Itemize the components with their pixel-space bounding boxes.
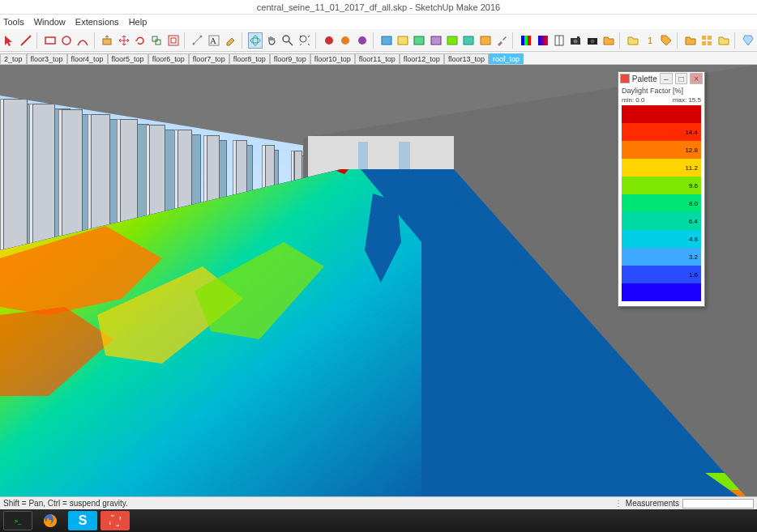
tool-folder4-icon[interactable] bbox=[716, 32, 730, 49]
taskbar-terminal-icon[interactable]: >_ bbox=[3, 511, 32, 530]
taskbar-skype-icon[interactable]: S bbox=[68, 511, 97, 530]
tool-offset-icon[interactable] bbox=[166, 32, 181, 49]
tool-pan-icon[interactable] bbox=[264, 32, 279, 49]
svg-point-12 bbox=[250, 38, 260, 43]
tool-ext3-icon[interactable] bbox=[354, 32, 369, 49]
scene-tab[interactable]: 2_top bbox=[0, 53, 27, 64]
tool-grad-icon[interactable] bbox=[535, 32, 550, 49]
tool-scene4-icon[interactable] bbox=[429, 32, 443, 49]
taskbar-firefox-icon[interactable] bbox=[36, 511, 65, 530]
svg-rect-40 bbox=[708, 36, 712, 40]
tool-folder2-icon[interactable] bbox=[626, 32, 640, 49]
svg-rect-39 bbox=[702, 36, 706, 40]
tool-tiles-icon[interactable] bbox=[699, 32, 714, 49]
scene-tab[interactable]: floor13_top bbox=[444, 53, 489, 64]
svg-point-2 bbox=[62, 36, 71, 45]
tool-zoom-icon[interactable] bbox=[280, 32, 295, 49]
tool-move-icon[interactable] bbox=[117, 32, 131, 49]
tool-folder3-icon[interactable] bbox=[683, 32, 698, 49]
tool-pushpull-icon[interactable] bbox=[100, 32, 114, 49]
tool-scene2-icon[interactable] bbox=[396, 32, 410, 49]
svg-rect-22 bbox=[414, 36, 424, 45]
scene-tab[interactable]: floor6_top bbox=[148, 53, 189, 64]
svg-point-8 bbox=[192, 42, 195, 45]
tool-tape-icon[interactable] bbox=[190, 32, 205, 49]
scene-tabs: 2_topfloor3_topfloor4_topfloor5_topfloor… bbox=[0, 52, 757, 65]
palette-close-button[interactable]: × bbox=[690, 73, 703, 84]
tool-falsecolor-icon[interactable] bbox=[519, 32, 533, 49]
svg-rect-35 bbox=[577, 36, 580, 38]
status-hint: Shift = Pan, Ctrl = suspend gravity. bbox=[3, 499, 128, 508]
tool-brush-icon[interactable] bbox=[494, 32, 509, 49]
tool-one-icon[interactable]: 1 bbox=[642, 32, 656, 49]
legend-band: 3.2 bbox=[622, 248, 701, 266]
tool-ext2-icon[interactable] bbox=[338, 32, 353, 49]
tool-scene6-icon[interactable] bbox=[461, 32, 476, 49]
tool-folder-icon[interactable] bbox=[601, 32, 616, 49]
menu-extensions[interactable]: Extensions bbox=[75, 17, 119, 27]
measurements-input[interactable] bbox=[682, 499, 754, 509]
svg-rect-7 bbox=[171, 38, 176, 43]
scene-tab[interactable]: floor7_top bbox=[189, 53, 229, 64]
palette-min: min: 0.0 bbox=[622, 96, 644, 104]
tool-zoomext-icon[interactable] bbox=[297, 32, 312, 49]
palette-legend: 14.412.811.29.68.06.44.83.21.6 bbox=[618, 104, 704, 306]
svg-point-19 bbox=[358, 36, 366, 45]
tool-scene3-icon[interactable] bbox=[412, 32, 426, 49]
svg-point-17 bbox=[325, 36, 333, 45]
tool-line-icon[interactable] bbox=[18, 32, 32, 49]
tool-book-icon[interactable] bbox=[552, 32, 567, 49]
svg-point-37 bbox=[590, 39, 594, 43]
scene-tab[interactable]: floor4_top bbox=[67, 53, 108, 64]
tool-scene7-icon[interactable] bbox=[478, 32, 493, 49]
menu-help[interactable]: Help bbox=[129, 17, 148, 27]
model-viewport[interactable]: Palette – □ × Daylight Factor [%] min: 0… bbox=[0, 65, 757, 509]
tool-select-icon[interactable] bbox=[2, 32, 16, 49]
palette-max: max: 15.5 bbox=[673, 96, 701, 104]
svg-rect-5 bbox=[156, 40, 160, 45]
palette-title: Palette bbox=[632, 74, 657, 83]
scene-tab[interactable]: floor8_top bbox=[229, 53, 270, 64]
svg-rect-28 bbox=[524, 36, 528, 45]
tool-arc-icon[interactable] bbox=[75, 32, 90, 49]
tool-scene1-icon[interactable] bbox=[379, 32, 394, 49]
menu-tools[interactable]: Tools bbox=[3, 17, 24, 27]
tool-ext1-icon[interactable] bbox=[322, 32, 336, 49]
svg-line-15 bbox=[289, 41, 293, 45]
svg-rect-24 bbox=[447, 36, 457, 45]
scene-tab[interactable]: floor12_top bbox=[400, 53, 444, 64]
tool-camera-icon[interactable] bbox=[568, 32, 583, 49]
legend-band: 6.4 bbox=[622, 212, 701, 230]
scene-tab[interactable]: floor10_top bbox=[310, 53, 355, 64]
svg-point-9 bbox=[199, 35, 202, 37]
svg-point-18 bbox=[341, 36, 349, 45]
palette-panel[interactable]: Palette – □ × Daylight Factor [%] min: 0… bbox=[618, 71, 705, 307]
palette-maximize-button[interactable]: □ bbox=[675, 73, 688, 84]
taskbar-sketchup-icon[interactable] bbox=[101, 511, 130, 530]
tool-scale-icon[interactable] bbox=[149, 32, 164, 49]
tool-rect-icon[interactable] bbox=[42, 32, 57, 49]
svg-rect-26 bbox=[481, 36, 490, 45]
legend-band: 4.8 bbox=[622, 230, 701, 248]
tool-tag-icon[interactable] bbox=[659, 32, 674, 49]
svg-rect-41 bbox=[702, 41, 706, 45]
tool-scene5-icon[interactable] bbox=[445, 32, 460, 49]
palette-minimize-button[interactable]: – bbox=[660, 73, 673, 84]
palette-app-icon bbox=[620, 74, 630, 83]
scene-tab[interactable]: floor11_top bbox=[355, 53, 400, 64]
tool-text-icon[interactable]: A bbox=[207, 32, 221, 49]
tool-help-icon[interactable] bbox=[741, 32, 755, 49]
tool-circle-icon[interactable] bbox=[59, 32, 74, 49]
tool-rotate-icon[interactable] bbox=[133, 32, 148, 49]
svg-rect-21 bbox=[398, 36, 408, 45]
scene-tab[interactable]: floor3_top bbox=[27, 53, 67, 64]
scene-tab[interactable]: floor9_top bbox=[270, 53, 310, 64]
tool-paint-icon[interactable] bbox=[223, 32, 237, 49]
menu-window[interactable]: Window bbox=[34, 17, 66, 27]
tool-orbit-icon[interactable] bbox=[248, 32, 263, 49]
tool-camera2-icon[interactable] bbox=[585, 32, 600, 49]
scene-tab[interactable]: roof_top bbox=[489, 53, 524, 64]
scene-tab[interactable]: floor5_top bbox=[108, 53, 148, 64]
menu-bar: Tools Window Extensions Help bbox=[0, 15, 757, 29]
svg-rect-42 bbox=[708, 41, 712, 45]
